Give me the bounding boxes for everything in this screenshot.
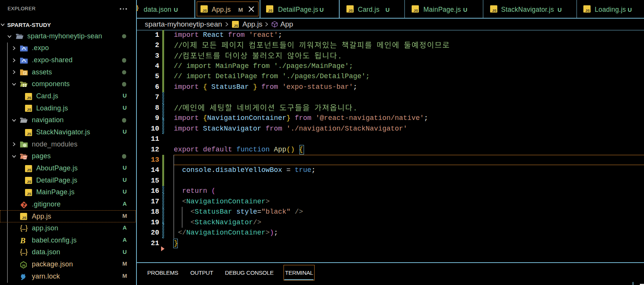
svg-text:JS: JS <box>234 24 238 28</box>
svg-text:JS: JS <box>268 8 273 12</box>
svg-text:JS: JS <box>27 180 31 184</box>
svg-text:JS: JS <box>348 8 353 12</box>
svg-text:<>: <> <box>24 156 27 159</box>
svg-text:JS: JS <box>27 132 31 136</box>
svg-text:JS: JS <box>27 108 31 112</box>
svg-text:JS: JS <box>22 263 25 267</box>
svg-text:JS: JS <box>414 8 418 12</box>
svg-text:JS: JS <box>27 96 31 100</box>
svg-text:JS: JS <box>492 8 497 12</box>
svg-text:JS: JS <box>585 8 590 12</box>
svg-text:JS: JS <box>27 168 31 172</box>
svg-text:JS: JS <box>27 192 31 196</box>
svg-text:JS: JS <box>202 8 207 12</box>
